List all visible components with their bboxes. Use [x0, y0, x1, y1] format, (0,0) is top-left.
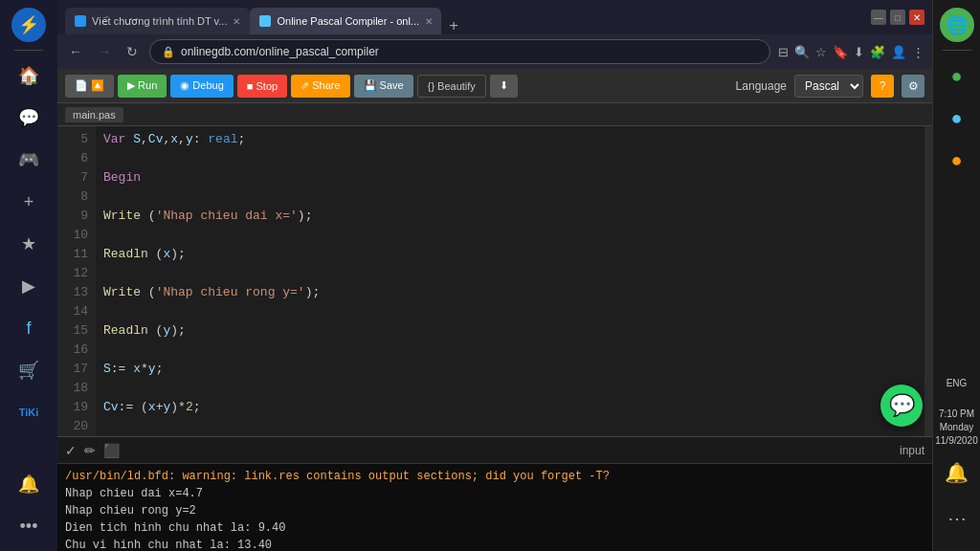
sidebar-youtube-icon[interactable]: ▶ — [10, 267, 48, 305]
output-line-1: Nhap chieu dai x=4.7 — [65, 485, 924, 502]
beautify-button[interactable]: {} Beautify — [417, 75, 486, 98]
language-label: Language — [736, 79, 787, 93]
code-line-10 — [103, 226, 917, 245]
code-line-14 — [103, 302, 917, 321]
output-toolbar: ✓ ✏ ⬛ input — [57, 437, 932, 464]
sidebar-power-icon[interactable]: ⚡ — [11, 8, 46, 42]
download-manager-icon[interactable]: ⬇ — [854, 45, 864, 59]
debug-button[interactable]: ◉ Debug — [170, 75, 233, 98]
stop-button[interactable]: ■ Stop — [237, 75, 287, 98]
code-editor[interactable]: 5 6 7 8 9 10 11 12 13 14 15 16 17 18 19 … — [57, 126, 932, 436]
code-line-5: Var S,Cv,x,y: real; — [103, 130, 917, 149]
code-line-20 — [103, 417, 917, 436]
floating-chat-button[interactable]: 💬 — [880, 385, 923, 427]
os-icon-2[interactable]: ● — [938, 99, 976, 137]
output-line-3: Dien tich hinh chu nhat la: 9.40 — [65, 519, 924, 537]
os-sidebar: 🌐 ● ● ● ENG 7:10 PM Monday 11/9/2020 🔔 ⋯ — [932, 0, 980, 551]
output-panel: ✓ ✏ ⬛ input /usr/bin/ld.bfd: warning: li… — [57, 436, 932, 551]
os-time: 7:10 PM — [935, 408, 978, 421]
sidebar-tiki-icon[interactable]: TiKi — [10, 393, 48, 431]
sidebar-home-icon[interactable]: 🏠 — [10, 56, 48, 95]
code-line-6 — [103, 149, 917, 168]
tab-close-1[interactable]: ✕ — [233, 16, 240, 27]
save-button[interactable]: 💾 Save — [354, 75, 413, 98]
translate-icon[interactable]: ⊟ — [778, 45, 789, 59]
nav-back[interactable]: ← — [65, 40, 86, 63]
tab-favicon-1 — [75, 15, 86, 27]
sidebar-more-icon[interactable]: ••• — [10, 507, 48, 545]
code-line-18 — [103, 379, 917, 398]
code-line-9: Write ('Nhap chieu dai x='); — [103, 207, 917, 226]
sidebar-game-icon[interactable]: 🎮 — [10, 141, 48, 179]
bookmark-icon[interactable]: ☆ — [815, 45, 827, 59]
code-line-7: Begin — [103, 168, 917, 187]
editor-toolbar: 📄 🔼 ▶ Run ◉ Debug ■ Stop ⇗ Share 💾 Save … — [57, 69, 932, 103]
share-button[interactable]: ⇗ Share — [291, 75, 349, 98]
os-icon-3[interactable]: ● — [938, 141, 976, 179]
code-line-8 — [103, 187, 917, 207]
code-line-19: Cv:= (x+y)*2; — [103, 398, 917, 417]
run-button[interactable]: ▶ Run — [118, 75, 167, 98]
window-close[interactable]: ✕ — [909, 10, 924, 25]
window-maximize[interactable]: □ — [890, 10, 905, 25]
code-line-11: Readln (x); — [103, 245, 917, 264]
gear-button[interactable]: ⚙ — [902, 75, 924, 98]
lock-icon: 🔒 — [162, 46, 175, 58]
editor-scrollbar[interactable] — [924, 126, 932, 436]
tab-favicon-2 — [259, 15, 271, 27]
sidebar-notification-icon[interactable]: 🔔 — [10, 465, 48, 503]
toolbar-right: Language Pascal C C++ Java Python ? ⚙ — [736, 75, 924, 98]
output-warning: /usr/bin/ld.bfd: warning: link.res conta… — [65, 468, 924, 485]
coccoc-feature-icon[interactable]: 🔖 — [833, 45, 848, 59]
tab-bar: Viết chương trình tính DT v... ✕ Online … — [65, 0, 867, 34]
download-button[interactable]: ⬇ — [490, 75, 518, 98]
output-terminal-icon[interactable]: ⬛ — [103, 443, 120, 458]
line-numbers: 5 6 7 8 9 10 11 12 13 14 15 16 17 18 19 … — [57, 126, 96, 436]
os-icon-1[interactable]: ● — [938, 56, 976, 95]
extensions-icon[interactable]: 🧩 — [870, 45, 885, 59]
code-line-13: Write ('Nhap chieu rong y='); — [103, 283, 917, 302]
file-tab-main[interactable]: main.pas — [65, 107, 123, 122]
address-bar[interactable]: 🔒 onlinegdb.com/online_pascal_compiler — [149, 39, 770, 64]
user-icon[interactable]: 👤 — [891, 45, 906, 59]
search-zoom-icon[interactable]: 🔍 — [794, 45, 810, 59]
output-line-2: Nhap chieu rong y=2 — [65, 502, 924, 519]
tab-close-2[interactable]: ✕ — [425, 16, 433, 27]
tab-pascal-compiler[interactable]: Online Pascal Compiler - onl... ✕ — [250, 8, 441, 34]
tab-vietchuongtrinh[interactable]: Viết chương trình tính DT v... ✕ — [65, 8, 250, 34]
address-bar-actions: ⊟ 🔍 ☆ 🔖 ⬇ 🧩 👤 ⋮ — [778, 45, 924, 59]
file-button[interactable]: 📄 🔼 — [65, 75, 114, 98]
os-more-icon[interactable]: ⋯ — [938, 499, 976, 538]
browser-sidebar: ⚡ 🏠 💬 🎮 + ★ ▶ f 🛒 TiKi 🔔 ••• — [0, 0, 57, 551]
language-select[interactable]: Pascal C C++ Java Python — [794, 75, 863, 98]
output-line-4: Chu vi hinh chu nhat la: 13.40 — [65, 537, 924, 551]
os-lang-label: ENG — [938, 364, 976, 402]
sidebar-chat-icon[interactable]: 💬 — [10, 99, 48, 137]
os-coccoc-icon[interactable]: 🌐 — [940, 8, 974, 42]
sidebar-add-icon[interactable]: + — [10, 183, 48, 221]
os-notification-icon[interactable]: 🔔 — [938, 453, 976, 492]
output-label: input — [900, 444, 924, 457]
code-line-16 — [103, 341, 917, 360]
window-minimize[interactable]: — — [871, 10, 886, 25]
address-bar-row: ← → ↻ 🔒 onlinegdb.com/online_pascal_comp… — [57, 34, 932, 69]
os-date: 11/9/2020 — [935, 434, 978, 448]
output-content: /usr/bin/ld.bfd: warning: link.res conta… — [57, 464, 932, 551]
output-edit-icon[interactable]: ✏ — [84, 443, 96, 458]
sidebar-facebook-icon[interactable]: f — [10, 309, 48, 347]
sidebar-star-icon[interactable]: ★ — [10, 225, 48, 263]
output-check-icon[interactable]: ✓ — [65, 443, 77, 458]
nav-refresh[interactable]: ↻ — [122, 40, 142, 63]
settings-icon[interactable]: ⋮ — [912, 45, 924, 59]
sidebar-shop-icon[interactable]: 🛒 — [10, 351, 48, 389]
code-line-12 — [103, 264, 917, 283]
info-button[interactable]: ? — [871, 75, 894, 98]
nav-forward[interactable]: → — [94, 40, 115, 63]
url-text: onlinegdb.com/online_pascal_compiler — [181, 45, 379, 58]
tab-bar-container: Viết chương trình tính DT v... ✕ Online … — [57, 0, 932, 34]
code-content[interactable]: Var S,Cv,x,y: real; Begin Write ('Nhap c… — [96, 126, 924, 436]
file-tab-bar: main.pas — [57, 103, 932, 126]
new-tab-button[interactable]: + — [441, 17, 465, 34]
main-content: Viết chương trình tính DT v... ✕ Online … — [57, 0, 932, 551]
code-line-15: Readln (y); — [103, 321, 917, 341]
